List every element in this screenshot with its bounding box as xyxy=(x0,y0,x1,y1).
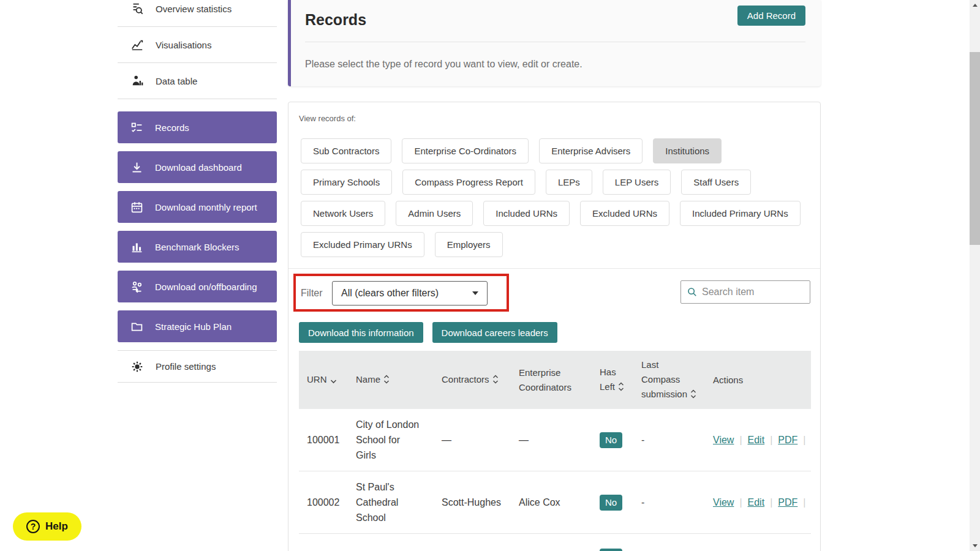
sidebar-item-visualisations[interactable]: Visualisations xyxy=(118,27,277,63)
chip-excluded-urns[interactable]: Excluded URNs xyxy=(580,201,669,226)
scroll-down-button[interactable] xyxy=(970,541,980,551)
sidebar-item-download-monthly-report[interactable]: Download monthly report xyxy=(118,191,277,223)
cell-last-compass: - xyxy=(641,495,713,510)
main-content: Records Add Record Please select the typ… xyxy=(288,0,821,551)
cell-last-compass: - xyxy=(641,432,713,448)
download-this-information-button[interactable]: Download this information xyxy=(299,322,423,343)
sort-both-icon xyxy=(690,388,696,403)
chevron-down-icon xyxy=(472,291,478,295)
triangle-up-icon xyxy=(973,4,978,7)
edit-link[interactable]: Edit xyxy=(748,432,765,448)
action-separator: | xyxy=(770,549,772,551)
table-row: 100001 City of London School for Girls —… xyxy=(299,409,811,471)
scroll-up-button[interactable] xyxy=(970,0,980,10)
chip-primary-schools[interactable]: Primary Schools xyxy=(301,170,392,195)
people-transfer-icon xyxy=(130,280,143,293)
column-header-urn[interactable]: URN xyxy=(307,372,356,388)
view-link[interactable]: View xyxy=(713,432,734,448)
view-link[interactable]: View xyxy=(713,549,734,551)
pdf-link[interactable]: PDF xyxy=(778,495,797,510)
column-header-actions: Actions xyxy=(713,373,811,388)
chip-lep-users[interactable]: LEP Users xyxy=(603,170,671,195)
sidebar-item-download-onoffboarding[interactable]: Download on/offboarding xyxy=(118,271,277,302)
view-link[interactable]: View xyxy=(713,495,734,510)
sidebar-item-benchmark-blockers[interactable]: Benchmark Blockers xyxy=(118,231,277,263)
edit-link[interactable]: Edit xyxy=(748,549,765,551)
view-records-label: View records of: xyxy=(299,114,356,123)
cell-enterprise-coordinators: Alice Cox xyxy=(519,495,600,510)
add-record-button[interactable]: Add Record xyxy=(737,6,805,26)
cell-has-left: No xyxy=(600,432,641,448)
edit-link[interactable]: Edit xyxy=(748,495,765,510)
cell-contractors: — xyxy=(442,432,519,448)
cell-actions: View| Edit| PDF| xyxy=(713,432,821,448)
sidebar-item-label: Visualisations xyxy=(156,40,211,50)
table-header-row: URN Name Contractors Enterprise Coordina… xyxy=(299,351,811,409)
column-header-last-compass-submission[interactable]: Last Compass submission xyxy=(641,358,713,403)
chip-included-primary-urns[interactable]: Included Primary URNs xyxy=(680,201,801,226)
action-separator: | xyxy=(739,495,742,510)
chip-enterprise-co-ordinators[interactable]: Enterprise Co-Ordinators xyxy=(402,138,529,163)
chip-leps[interactable]: LEPs xyxy=(546,170,592,195)
chip-admin-users[interactable]: Admin Users xyxy=(396,201,473,226)
sidebar-item-records[interactable]: Records xyxy=(118,111,277,143)
chip-excluded-primary-urns[interactable]: Excluded Primary URNs xyxy=(301,232,424,257)
column-header-name[interactable]: Name xyxy=(356,372,442,388)
vertical-scrollbar[interactable] xyxy=(970,0,980,551)
record-type-chips: Sub Contractors Enterprise Co-Ordinators… xyxy=(301,138,812,263)
chip-staff-users[interactable]: Staff Users xyxy=(681,170,751,195)
status-badge: No xyxy=(600,495,622,511)
cell-name: St Paul's Cathedral School xyxy=(356,479,423,525)
column-header-has-left[interactable]: Has Left xyxy=(600,365,641,395)
action-separator: | xyxy=(803,495,805,510)
calendar-icon xyxy=(130,201,143,214)
column-header-contractors[interactable]: Contractors xyxy=(442,372,519,388)
sidebar-item-label: Benchmark Blockers xyxy=(155,242,239,252)
sidebar-item-strategic-hub-plan[interactable]: Strategic Hub Plan xyxy=(118,310,277,342)
download-icon xyxy=(130,161,143,174)
cell-urn: 100002 xyxy=(307,495,356,510)
sidebar-item-profile-settings[interactable]: Profile settings xyxy=(118,350,277,383)
cell-name: City of London xyxy=(356,549,437,551)
action-separator: | xyxy=(739,549,742,551)
cell-urn: 100001 xyxy=(307,432,356,448)
chip-institutions-selected[interactable]: Institutions xyxy=(653,138,722,163)
action-separator: | xyxy=(803,549,805,551)
action-separator: | xyxy=(770,495,772,510)
chip-employers[interactable]: Employers xyxy=(435,232,503,257)
download-buttons-row: Download this information Download caree… xyxy=(299,322,557,343)
gear-icon xyxy=(130,360,144,373)
sidebar-item-label: Profile settings xyxy=(156,361,216,372)
sidebar-item-label: Data table xyxy=(156,76,197,86)
sidebar-item-download-dashboard[interactable]: Download dashboard xyxy=(118,151,277,183)
cell-last-compass: - xyxy=(641,549,713,551)
help-label: Help xyxy=(45,520,68,533)
document-search-icon xyxy=(130,2,144,15)
records-panel: View records of: Sub Contractors Enterpr… xyxy=(288,102,821,551)
sort-both-icon xyxy=(383,373,390,388)
table-row: 100003 City of London Reynolds Gordon No… xyxy=(299,534,811,551)
download-careers-leaders-button[interactable]: Download careers leaders xyxy=(432,322,557,343)
chip-network-users[interactable]: Network Users xyxy=(301,201,385,226)
cell-enterprise-coordinators: Gordon xyxy=(519,549,600,551)
chip-compass-progress-report[interactable]: Compass Progress Report xyxy=(402,170,535,195)
chip-included-urns[interactable]: Included URNs xyxy=(483,201,570,226)
cell-name: City of London School for Girls xyxy=(356,417,437,463)
line-chart-icon xyxy=(130,38,144,51)
pdf-link[interactable]: PDF xyxy=(778,432,797,448)
search-box[interactable] xyxy=(680,280,810,304)
help-button[interactable]: ? Help xyxy=(13,512,81,541)
sidebar-item-label: Download dashboard xyxy=(155,162,242,173)
scrollbar-thumb[interactable] xyxy=(970,52,980,245)
filter-select[interactable]: All (clears other filters) xyxy=(332,281,488,305)
search-input[interactable] xyxy=(702,287,804,298)
status-badge: No xyxy=(600,549,622,551)
panel-divider xyxy=(288,268,820,269)
chip-sub-contractors[interactable]: Sub Contractors xyxy=(301,138,391,163)
cell-has-left: No xyxy=(600,495,641,511)
person-chart-icon xyxy=(130,74,144,88)
pdf-link[interactable]: PDF xyxy=(778,549,797,551)
chip-enterprise-advisers[interactable]: Enterprise Advisers xyxy=(539,138,643,163)
sidebar-item-overview-statistics[interactable]: Overview statistics xyxy=(118,0,277,27)
sidebar-item-data-table[interactable]: Data table xyxy=(118,63,277,99)
